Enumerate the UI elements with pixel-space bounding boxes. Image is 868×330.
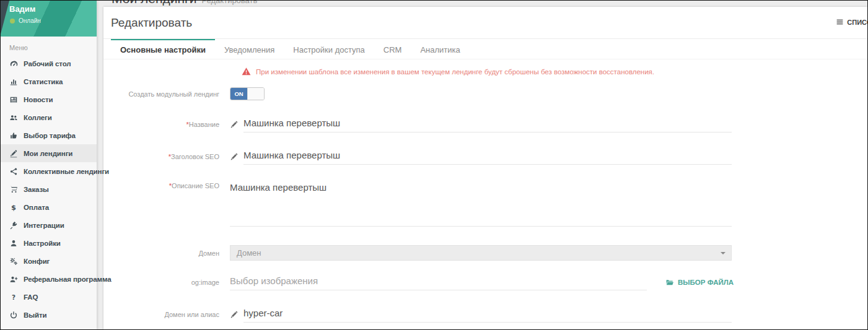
sidebar-item-label: FAQ: [24, 293, 38, 301]
news-icon: [9, 95, 18, 104]
pencil-icon: [230, 121, 238, 129]
alias-label: Домен или алиас: [103, 311, 230, 318]
sidebar-item-label: Новости: [24, 96, 53, 103]
name-row: *Название: [103, 116, 867, 132]
tab-crm[interactable]: CRM: [374, 39, 411, 59]
sidebar-item-stats[interactable]: Статистика: [1, 72, 97, 90]
seo-description-row: *Описание SEO Машинка перевертыш: [103, 182, 867, 227]
alias-row: Домен или алиас: [103, 306, 867, 323]
thumbs-up-icon: [9, 131, 18, 140]
sidebar-item-label: Оплата: [24, 204, 49, 211]
toggle-knob: [247, 88, 264, 100]
tab-access[interactable]: Настройки доступа: [284, 39, 374, 59]
modular-landing-row: Создать модульный лендинг ON: [103, 87, 867, 100]
seo-description-textarea[interactable]: Машинка перевертыш: [230, 182, 732, 227]
list-button[interactable]: СПИСОК: [836, 18, 867, 26]
sidebar-menu: Рабочий столСтатистикаНовостиКоллегиВыбо…: [1, 54, 97, 324]
sidebar-item-landings[interactable]: Мои лендинги: [1, 144, 97, 162]
sidebar-item-label: Реферальная программа: [24, 276, 112, 283]
warning-icon: [242, 67, 251, 76]
sidebar-item-label: Конфиг: [24, 258, 50, 265]
dollar-icon: [9, 203, 18, 212]
user-plus-icon: [9, 275, 18, 284]
domain-label: Домен: [103, 250, 230, 257]
seo-title-input[interactable]: [243, 149, 732, 165]
online-status-icon: [10, 19, 15, 24]
sidebar-item-payment[interactable]: Оплата: [1, 198, 97, 216]
template-warning: При изменении шаблона все изменения в ва…: [242, 67, 849, 76]
plug-icon: [9, 221, 18, 230]
page-title-text: Мои лендинги: [112, 0, 196, 6]
sidebar: Вадим Онлайн Меню Рабочий столСтатистика…: [1, 1, 97, 329]
domain-select-value: Домен: [237, 248, 261, 258]
chevron-down-icon: [721, 252, 726, 254]
user-status-label: Онлайн: [19, 17, 41, 24]
menu-section-label: Меню: [1, 37, 97, 54]
toggle-on-label: ON: [230, 88, 247, 100]
seo-description-label: *Описание SEO: [103, 182, 230, 189]
sidebar-item-logout[interactable]: Выйти: [1, 306, 97, 324]
sidebar-item-label: Выйти: [24, 311, 46, 319]
sidebar-item-label: Коллективные лендинги: [24, 168, 109, 175]
sidebar-item-colleagues[interactable]: Коллеги: [1, 108, 97, 126]
dashboard-icon: [9, 59, 18, 68]
sidebar-user-panel: Вадим Онлайн: [1, 1, 97, 37]
sidebar-item-label: Настройки: [24, 240, 61, 247]
edit-card: Редактировать СПИСОК Основные настройкиУ…: [103, 7, 867, 330]
og-image-row: og:image ВЫБОР ФАЙЛА: [103, 274, 867, 290]
cart-icon: [9, 185, 18, 194]
user-status: Онлайн: [10, 17, 41, 24]
modular-landing-label: Создать модульный лендинг: [103, 90, 230, 98]
tab-bar: Основные настройкиУведомленияНастройки д…: [103, 39, 867, 59]
sidebar-item-settings[interactable]: Настройки: [1, 234, 97, 252]
edit-icon: [9, 149, 18, 158]
sidebar-item-integrations[interactable]: Интеграции: [1, 216, 97, 234]
user-icon: [9, 239, 18, 248]
tab-main[interactable]: Основные настройки: [111, 39, 215, 59]
name-input[interactable]: [243, 116, 732, 132]
sidebar-item-label: Интеграции: [24, 222, 64, 229]
folder-icon: [665, 279, 674, 287]
sidebar-item-label: Заказы: [24, 186, 49, 193]
tab-notifications[interactable]: Уведомления: [215, 39, 284, 59]
app-window: Вадим Онлайн Меню Рабочий столСтатистика…: [0, 0, 868, 330]
pencil-icon: [230, 153, 238, 161]
pencil-icon: [230, 311, 238, 319]
sidebar-item-label: Рабочий стол: [24, 60, 71, 67]
choose-file-button[interactable]: ВЫБОР ФАЙЛА: [665, 279, 734, 287]
sidebar-item-label: Выбор тарифа: [24, 132, 76, 139]
og-image-input[interactable]: [230, 274, 647, 290]
sidebar-item-faq[interactable]: FAQ: [1, 288, 97, 306]
modular-landing-toggle[interactable]: ON: [230, 87, 265, 100]
users-icon: [9, 113, 18, 122]
bar-chart-icon: [9, 77, 18, 86]
power-icon: [9, 311, 18, 319]
domain-row: Домен Домен: [103, 245, 867, 261]
sidebar-item-referral[interactable]: Реферальная программа: [1, 270, 97, 288]
choose-file-label: ВЫБОР ФАЙЛА: [678, 279, 734, 286]
name-label: *Название: [103, 121, 230, 128]
sidebar-item-orders[interactable]: Заказы: [1, 180, 97, 198]
sidebar-item-tariff[interactable]: Выбор тарифа: [1, 126, 97, 144]
sidebar-item-label: Статистика: [24, 78, 63, 85]
og-image-label: og:image: [103, 279, 230, 286]
warning-text: При изменении шаблона все изменения в ва…: [256, 68, 654, 76]
sidebar-item-news[interactable]: Новости: [1, 90, 97, 108]
alias-input[interactable]: [243, 306, 732, 323]
domain-select[interactable]: Домен: [230, 245, 732, 261]
sidebar-item-dashboard[interactable]: Рабочий стол: [1, 54, 97, 72]
seo-title-row: *Заголовок SEO: [103, 149, 867, 165]
page-subtitle: Редактировать: [201, 0, 257, 5]
list-button-label: СПИСОК: [847, 19, 867, 26]
share-icon: [9, 167, 18, 176]
sidebar-item-label: Коллеги: [24, 114, 52, 121]
tab-analytics[interactable]: Аналитика: [411, 39, 469, 59]
card-header: Редактировать СПИСОК: [103, 7, 867, 39]
main-area: Мои лендингиРедактировать Редактировать …: [97, 1, 867, 329]
sidebar-item-config[interactable]: Конфиг: [1, 252, 97, 270]
question-icon: [9, 293, 18, 302]
sidebar-item-collective[interactable]: Коллективные лендинги: [1, 162, 97, 180]
sidebar-item-label: Мои лендинги: [24, 150, 72, 157]
user-name: Вадим: [9, 4, 35, 14]
gears-icon: [9, 257, 18, 266]
